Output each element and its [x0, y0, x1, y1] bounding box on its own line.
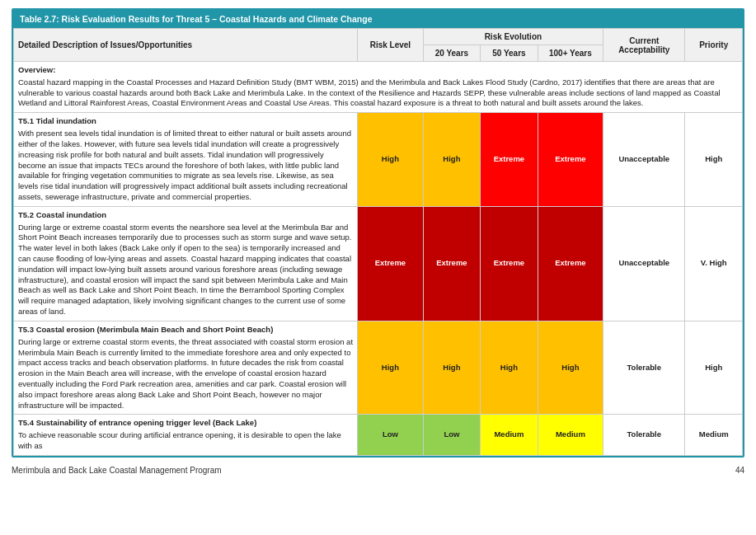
- t5-1-description: T5.1 Tidal inundation With present sea l…: [14, 113, 358, 207]
- t5-2-risk-level: Extreme: [358, 206, 423, 321]
- col-header-100-years: 100+ Years: [538, 45, 603, 62]
- risk-table: Detailed Description of Issues/Opportuni…: [13, 28, 743, 456]
- t5-3-20yr: High: [423, 321, 481, 415]
- t5-2-acceptability: Unacceptable: [603, 206, 685, 321]
- table-row: T5.3 Coastal erosion (Merimbula Main Bea…: [14, 321, 743, 415]
- page-footer: Merimbula and Back Lake Coastal Manageme…: [12, 466, 744, 475]
- col-header-50-years: 50 Years: [481, 45, 538, 62]
- t5-3-50yr: High: [481, 321, 538, 415]
- t5-3-body: During large or extreme coastal storm ev…: [18, 337, 353, 410]
- overview-body: Coastal hazard mapping in the Coastal Pr…: [18, 77, 721, 108]
- t5-4-priority: Medium: [685, 415, 743, 455]
- t5-2-50yr: Extreme: [481, 206, 538, 321]
- t5-1-title: T5.1 Tidal inundation: [18, 116, 353, 127]
- col-header-20-years: 20 Years: [423, 45, 481, 62]
- t5-1-50yr: Extreme: [481, 113, 538, 207]
- page: Table 2.7: Risk Evaluation Results for T…: [0, 0, 756, 490]
- t5-3-acceptability: Tolerable: [603, 321, 685, 415]
- t5-1-risk-level: High: [358, 113, 423, 207]
- footer-left: Merimbula and Back Lake Coastal Manageme…: [12, 466, 222, 475]
- overview-title: Overview:: [18, 65, 738, 76]
- table-title: Table 2.7: Risk Evaluation Results for T…: [13, 10, 743, 28]
- t5-4-description: T5.4 Sustainability of entrance opening …: [14, 415, 358, 455]
- t5-4-body: To achieve reasonable scour during artif…: [18, 430, 341, 450]
- t5-4-risk-level: Low: [358, 415, 423, 455]
- t5-4-50yr: Medium: [481, 415, 538, 455]
- col-header-priority: Priority: [685, 29, 743, 62]
- t5-1-100yr: Extreme: [538, 113, 603, 207]
- col-header-risk-evolution: Risk Evolution: [423, 29, 603, 45]
- t5-4-title: T5.4 Sustainability of entrance opening …: [18, 418, 353, 429]
- table-row: T5.2 Coastal inundation During large or …: [14, 206, 743, 321]
- table-row: T5.4 Sustainability of entrance opening …: [14, 415, 743, 455]
- overview-cell: Overview: Coastal hazard mapping in the …: [14, 62, 743, 113]
- overview-row: Overview: Coastal hazard mapping in the …: [14, 62, 743, 113]
- col-header-description: Detailed Description of Issues/Opportuni…: [14, 29, 358, 62]
- t5-2-100yr: Extreme: [538, 206, 603, 321]
- footer-right: 44: [735, 466, 744, 475]
- t5-3-risk-level: High: [358, 321, 423, 415]
- t5-2-20yr: Extreme: [423, 206, 481, 321]
- col-header-risk-level: Risk Level: [358, 29, 423, 62]
- t5-1-20yr: High: [423, 113, 481, 207]
- t5-2-body: During large or extreme coastal storm ev…: [18, 223, 351, 317]
- t5-4-100yr: Medium: [538, 415, 603, 455]
- table-row: T5.1 Tidal inundation With present sea l…: [14, 113, 743, 207]
- t5-4-20yr: Low: [423, 415, 481, 455]
- t5-2-priority: V. High: [685, 206, 743, 321]
- t5-3-title: T5.3 Coastal erosion (Merimbula Main Bea…: [18, 325, 353, 336]
- t5-3-priority: High: [685, 321, 743, 415]
- t5-1-acceptability: Unacceptable: [603, 113, 685, 207]
- t5-1-body: With present sea levels tidal inundation…: [18, 129, 351, 201]
- t5-1-priority: High: [685, 113, 743, 207]
- t5-4-acceptability: Tolerable: [603, 415, 685, 455]
- t5-3-description: T5.3 Coastal erosion (Merimbula Main Bea…: [14, 321, 358, 415]
- main-table-container: Table 2.7: Risk Evaluation Results for T…: [12, 8, 744, 458]
- t5-2-description: T5.2 Coastal inundation During large or …: [14, 206, 358, 321]
- col-header-acceptability: Current Acceptability: [603, 29, 685, 62]
- t5-2-title: T5.2 Coastal inundation: [18, 210, 353, 221]
- t5-3-100yr: High: [538, 321, 603, 415]
